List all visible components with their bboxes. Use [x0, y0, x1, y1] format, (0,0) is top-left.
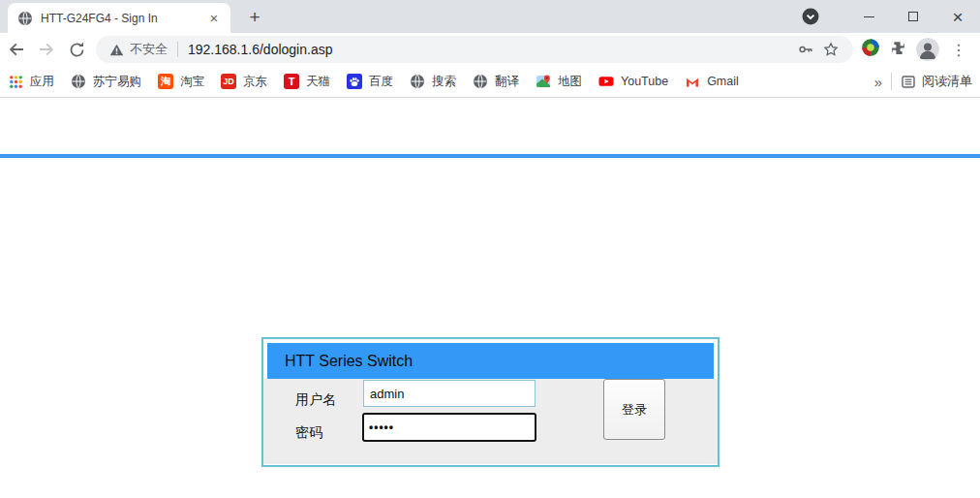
forward-icon — [37, 40, 56, 59]
tmall-badge-icon: T — [284, 74, 299, 89]
back-button[interactable] — [3, 36, 30, 63]
maps-pin-icon — [536, 74, 551, 89]
globe-icon — [410, 74, 425, 89]
password-label: 密码 — [295, 424, 322, 442]
reading-list-label: 阅读清单 — [922, 73, 972, 90]
bookmark-item[interactable]: YouTube — [598, 74, 668, 89]
login-panel: HTT Series Switch 用户名 密码 登录 — [261, 337, 720, 467]
login-form: 用户名 密码 登录 — [263, 379, 718, 464]
password-key-icon[interactable] — [793, 37, 818, 62]
tab-close-icon[interactable]: × — [205, 10, 223, 27]
extensions-puzzle-icon[interactable] — [890, 40, 906, 60]
login-button[interactable]: 登录 — [603, 379, 665, 440]
browser-menu-icon[interactable]: ⋮ — [949, 41, 976, 59]
title-bar: HTT-G24FG4 - Sign In × + × — [0, 0, 980, 33]
bookmark-item[interactable]: 苏宁易购 — [71, 74, 141, 90]
page-content: HTT Series Switch 用户名 密码 登录 — [0, 99, 980, 498]
security-chip[interactable]: 不安全 — [109, 41, 168, 58]
browser-window: HTT-G24FG4 - Sign In × + × 不安全 — [0, 0, 980, 498]
new-tab-button[interactable]: + — [244, 7, 265, 28]
download-indicator-icon[interactable] — [802, 8, 819, 25]
close-window-button[interactable]: × — [935, 2, 980, 31]
taobao-badge-icon: 淘 — [158, 74, 173, 89]
username-label: 用户名 — [295, 391, 336, 409]
bookmark-item[interactable]: JD 京东 — [221, 74, 267, 90]
password-input[interactable] — [362, 413, 536, 442]
bookmark-item[interactable]: T 天猫 — [284, 74, 330, 90]
bookmark-item[interactable]: 应用 — [8, 74, 54, 90]
globe-icon — [473, 74, 488, 89]
jd-badge-icon: JD — [221, 74, 236, 89]
bookmarks-overflow-chevron[interactable]: » — [874, 74, 882, 90]
bookmarks-bar: 应用 苏宁易购 淘 淘宝 JD 京东 T 天猫 百度 搜索 翻译 地图 YouT… — [0, 66, 980, 98]
security-label: 不安全 — [130, 41, 168, 58]
bookmark-item[interactable]: 淘 淘宝 — [158, 74, 204, 90]
not-secure-warning-icon — [109, 43, 124, 57]
bookmark-star-icon[interactable] — [818, 37, 843, 62]
reload-icon — [68, 41, 86, 59]
bookmark-item[interactable]: 翻译 — [473, 74, 519, 90]
username-input[interactable] — [363, 380, 536, 407]
address-bar[interactable]: 不安全 192.168.1.6/dologin.asp — [96, 36, 853, 63]
forward-button[interactable] — [33, 36, 60, 63]
idm-extension-icon[interactable] — [861, 38, 880, 61]
bookmarks-divider — [891, 73, 892, 90]
apps-grid-icon — [8, 74, 23, 89]
gmail-m-icon — [685, 74, 700, 89]
bookmark-item[interactable]: 搜索 — [410, 74, 456, 90]
bookmark-item[interactable]: 地图 — [536, 74, 582, 90]
close-icon: × — [952, 8, 963, 26]
maximize-button[interactable] — [891, 2, 935, 31]
login-panel-header: HTT Series Switch — [267, 343, 714, 379]
reading-list-button[interactable]: 阅读清单 — [901, 73, 972, 90]
minimize-icon — [864, 16, 874, 17]
baidu-paw-icon — [347, 74, 362, 89]
tab-title: HTT-G24FG4 - Sign In — [41, 12, 205, 25]
youtube-play-icon — [598, 74, 614, 89]
bookmark-item[interactable]: 百度 — [347, 74, 393, 90]
omnibox-divider — [177, 42, 178, 57]
minimize-button[interactable] — [846, 2, 891, 31]
url-text[interactable]: 192.168.1.6/dologin.asp — [188, 42, 793, 57]
panel-title: HTT Series Switch — [285, 353, 413, 370]
globe-icon — [71, 74, 86, 89]
browser-toolbar: 不安全 192.168.1.6/dologin.asp ⋮ — [0, 33, 980, 66]
globe-favicon-icon — [17, 11, 33, 26]
profile-avatar[interactable] — [916, 38, 939, 61]
maximize-icon — [908, 12, 918, 21]
bookmark-items: 应用 苏宁易购 淘 淘宝 JD 京东 T 天猫 百度 搜索 翻译 地图 YouT… — [8, 74, 874, 90]
page-top-divider — [0, 154, 980, 158]
reading-list-icon — [901, 74, 916, 89]
bookmark-item[interactable]: Gmail — [685, 74, 739, 89]
reload-button[interactable] — [63, 36, 90, 63]
browser-tab[interactable]: HTT-G24FG4 - Sign In × — [8, 3, 230, 33]
back-icon — [7, 40, 26, 59]
